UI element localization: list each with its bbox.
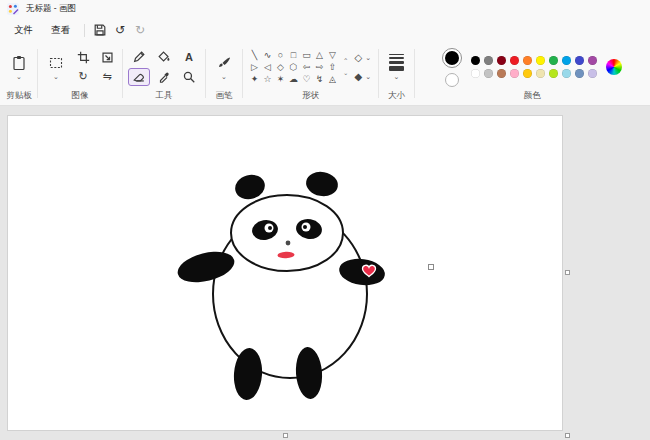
brush-icon (216, 55, 232, 71)
shape-button[interactable]: ⬡ (287, 61, 300, 73)
palette-swatch[interactable] (510, 56, 519, 65)
canvas-resize-handle-bottom[interactable] (283, 433, 288, 438)
palette-swatch[interactable] (575, 69, 584, 78)
shape-button[interactable]: ∿ (261, 49, 274, 61)
canvas-resize-handle-corner[interactable] (565, 433, 570, 438)
edit-colors-button[interactable] (606, 59, 622, 75)
menubar: 文件 查看 ↺ ↻ (0, 18, 650, 42)
shape-button[interactable]: ◇ (274, 61, 287, 73)
shape-button[interactable]: ▷ (248, 61, 261, 73)
group-label-clipboard: 剪贴板 (6, 89, 32, 105)
resize-icon (101, 51, 114, 64)
window-title: 无标题 - 画图 (26, 3, 76, 15)
shape-button[interactable]: ⇦ (300, 61, 313, 73)
shape-button[interactable]: ↯ (313, 73, 326, 85)
canvas-selection-handle[interactable] (428, 264, 434, 270)
palette-swatch[interactable] (471, 69, 480, 78)
palette-swatch[interactable] (523, 69, 532, 78)
paste-button[interactable]: ⌄ (6, 53, 32, 82)
shape-button[interactable]: ▽ (326, 49, 339, 61)
ribbon-separator (242, 49, 243, 98)
select-icon (48, 55, 64, 71)
shape-button[interactable]: □ (287, 49, 300, 61)
palette-swatch[interactable] (549, 69, 558, 78)
palette-swatch[interactable] (588, 56, 597, 65)
fill-tool-button[interactable] (153, 48, 175, 66)
eraser-tool-button[interactable] (128, 68, 150, 86)
canvas-resize-handle-right[interactable] (565, 270, 570, 275)
pencil-tool-button[interactable] (128, 48, 150, 66)
undo-button[interactable]: ↺ (110, 20, 130, 40)
shape-button[interactable]: ✦ (248, 73, 261, 85)
panda-pupil-right (303, 225, 307, 229)
clipboard-icon (11, 55, 27, 71)
palette-swatch[interactable] (575, 56, 584, 65)
size-dropdown-caret[interactable]: ⌄ (394, 73, 400, 80)
palette-swatch[interactable] (536, 56, 545, 65)
menu-view[interactable]: 查看 (42, 21, 79, 40)
ribbon: ⌄ 剪贴板 ⌄ (0, 42, 650, 106)
palette-swatch[interactable] (562, 56, 571, 65)
brushes-button[interactable]: ⌄ (211, 53, 237, 82)
shape-button[interactable]: ☁ (287, 73, 300, 85)
color2-well[interactable] (445, 73, 459, 87)
color-picker-tool-button[interactable] (153, 68, 175, 86)
shape-button[interactable]: ╲ (248, 49, 261, 61)
brushes-dropdown-caret[interactable]: ⌄ (221, 73, 227, 80)
group-label-shapes: 形状 (302, 89, 319, 105)
palette-swatch[interactable] (497, 69, 506, 78)
palette-swatch[interactable] (549, 56, 558, 65)
panda-pupil-left (268, 226, 272, 230)
size-button[interactable]: ⌄ (384, 52, 409, 82)
shapes-scroll-up[interactable]: ⌃ (343, 58, 348, 65)
crop-button[interactable] (73, 50, 93, 66)
select-button[interactable]: ⌄ (43, 53, 69, 82)
save-icon (93, 23, 107, 37)
palette-swatch[interactable] (497, 56, 506, 65)
color1-well[interactable] (442, 48, 462, 68)
magnifier-icon (182, 70, 196, 84)
ribbon-separator (414, 49, 415, 98)
shape-button[interactable]: ✶ (274, 73, 287, 85)
color1-swatch (445, 51, 459, 65)
shape-button[interactable]: ○ (274, 49, 287, 61)
palette-swatch[interactable] (484, 56, 493, 65)
shapes-scroll-down[interactable]: ⌄ (343, 70, 348, 77)
flip-icon: ⇋ (102, 70, 111, 83)
outline-dropdown-caret: ⌄ (365, 54, 371, 61)
flip-button[interactable]: ⇋ (97, 69, 117, 85)
rotate-button[interactable]: ↻ (73, 69, 93, 85)
shape-fill-button[interactable]: ◆ ⌄ (352, 70, 373, 83)
ribbon-separator (205, 49, 206, 98)
save-button[interactable] (90, 20, 110, 40)
select-dropdown-caret[interactable]: ⌄ (53, 73, 59, 80)
text-tool-button[interactable]: A (178, 48, 200, 66)
magnifier-tool-button[interactable] (178, 68, 200, 86)
redo-button[interactable]: ↻ (130, 20, 150, 40)
shape-outline-button[interactable]: ◇ ⌄ (352, 51, 373, 64)
palette-swatch[interactable] (471, 56, 480, 65)
paste-dropdown-caret[interactable]: ⌄ (16, 73, 22, 80)
palette-swatch[interactable] (536, 69, 545, 78)
panda-nose (286, 241, 291, 246)
resize-button[interactable] (97, 50, 117, 66)
shape-button[interactable]: ◬ (326, 73, 339, 85)
shape-button[interactable]: ▭ (300, 49, 313, 61)
shape-button[interactable]: ⇨ (313, 61, 326, 73)
palette-swatch[interactable] (484, 69, 493, 78)
drawing-canvas[interactable] (8, 116, 562, 430)
group-label-size: 大小 (388, 89, 405, 105)
ribbon-group-tools: A (124, 42, 204, 105)
palette-swatch[interactable] (562, 69, 571, 78)
shape-button[interactable]: ◁ (261, 61, 274, 73)
palette-swatch[interactable] (523, 56, 532, 65)
palette-swatch[interactable] (588, 69, 597, 78)
ribbon-group-colors: 颜色 (416, 42, 648, 105)
group-label-brushes: 画笔 (216, 89, 233, 105)
shape-button[interactable]: △ (313, 49, 326, 61)
shape-button[interactable]: ⇧ (326, 61, 339, 73)
palette-swatch[interactable] (510, 69, 519, 78)
shape-button[interactable]: ☆ (261, 73, 274, 85)
menu-file[interactable]: 文件 (5, 21, 42, 40)
shape-button[interactable]: ♡ (300, 73, 313, 85)
